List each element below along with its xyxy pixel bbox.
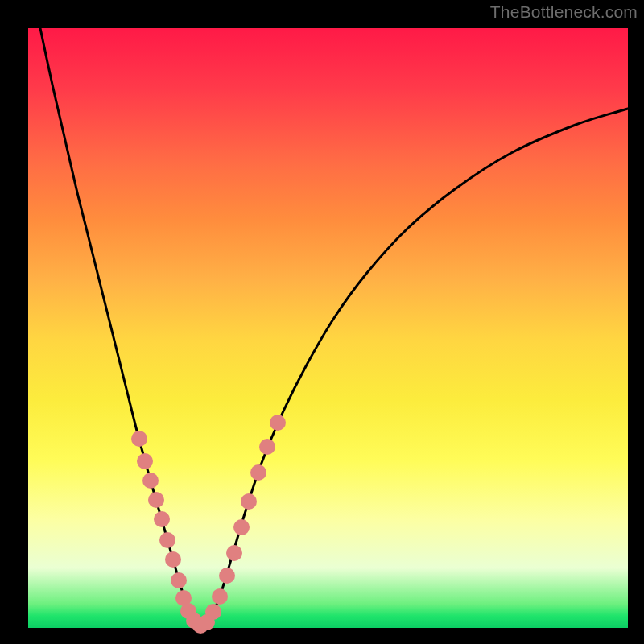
marker-dot	[171, 572, 187, 588]
bottleneck-curve	[40, 28, 628, 625]
marker-dot	[142, 473, 159, 489]
curve-svg	[28, 28, 628, 628]
marker-dot	[219, 568, 235, 584]
marker-dot	[233, 519, 250, 535]
marker-dot	[131, 431, 147, 447]
highlighted-points-group	[131, 415, 286, 634]
marker-dot	[148, 492, 164, 508]
marker-dot	[165, 551, 181, 568]
marker-dot	[241, 493, 257, 510]
marker-dot	[259, 439, 275, 455]
marker-dot	[270, 415, 286, 431]
marker-dot	[154, 511, 170, 527]
marker-dot	[159, 532, 175, 548]
marker-dot	[212, 588, 228, 605]
marker-dot	[137, 453, 153, 469]
marker-dot	[205, 604, 221, 620]
marker-dot	[250, 464, 266, 481]
watermark-text: TheBottleneck.com	[490, 2, 638, 22]
marker-dot	[226, 545, 242, 561]
chart-frame: TheBottleneck.com	[0, 0, 644, 644]
